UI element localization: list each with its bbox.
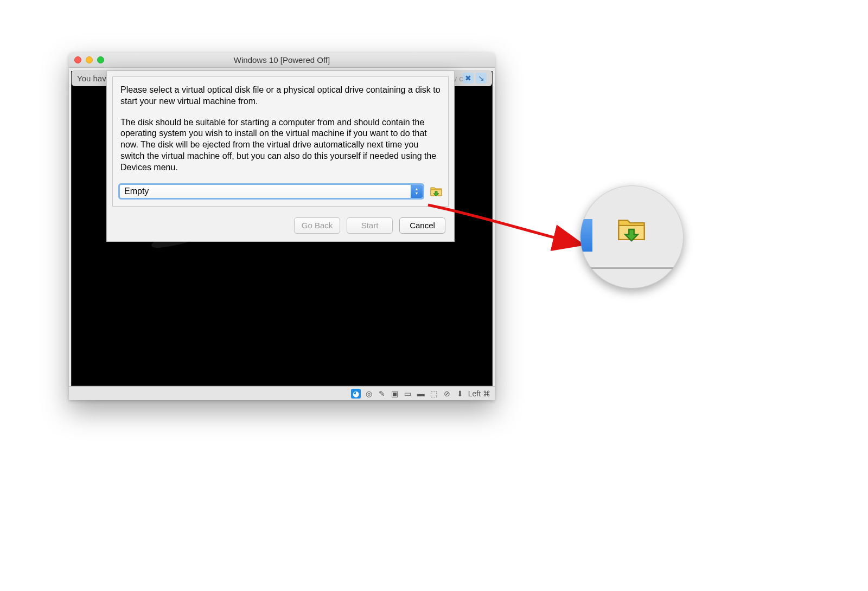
notice-info-icon[interactable]: ↘ — [476, 73, 487, 83]
hard-disk-activity-icon[interactable]: ◕ — [351, 389, 361, 399]
usb-icon[interactable]: ⊘ — [442, 389, 452, 399]
audio-icon[interactable]: ▬ — [416, 389, 426, 399]
select-arrows-icon: ▲▼ — [411, 185, 423, 198]
sheet-paragraph-2: The disk should be suitable for starting… — [118, 115, 443, 174]
optical-disk-select-value: Empty — [124, 187, 149, 196]
shared-folders-icon[interactable]: ▭ — [403, 389, 413, 399]
statusbar: ◕ ◎ ✎ ▣ ▭ ▬ ⬚ ⊘ ⬇ Left ⌘ — [69, 386, 495, 400]
magnified-callout — [580, 185, 684, 288]
magnified-select-edge — [580, 219, 592, 252]
optical-drive-icon[interactable]: ◎ — [364, 389, 374, 399]
go-back-button[interactable]: Go Back — [294, 217, 340, 234]
titlebar: Windows 10 [Powered Off] — [69, 53, 495, 68]
startup-disk-sheet: Please select a virtual optical disk fil… — [106, 70, 455, 242]
guest-additions-icon[interactable]: ✎ — [377, 389, 387, 399]
optical-disk-select[interactable]: Empty ▲▼ — [118, 183, 424, 200]
hostkey-label: Left ⌘ — [468, 389, 490, 398]
magnified-browse-icon — [615, 215, 648, 243]
display-icon[interactable]: ▣ — [390, 389, 400, 399]
dismiss-notice-icon[interactable]: ✖ — [463, 73, 474, 83]
recording-icon[interactable]: ⬇ — [455, 389, 465, 399]
start-button[interactable]: Start — [347, 217, 393, 234]
window-title: Windows 10 [Powered Off] — [69, 55, 495, 65]
browse-disk-file-button[interactable] — [430, 185, 443, 197]
sheet-paragraph-1: Please select a virtual optical disk fil… — [118, 82, 443, 107]
cancel-button[interactable]: Cancel — [399, 217, 445, 234]
vm-window: Windows 10 [Powered Off] ORACLE You have… — [69, 53, 495, 400]
network-icon[interactable]: ⬚ — [429, 389, 439, 399]
